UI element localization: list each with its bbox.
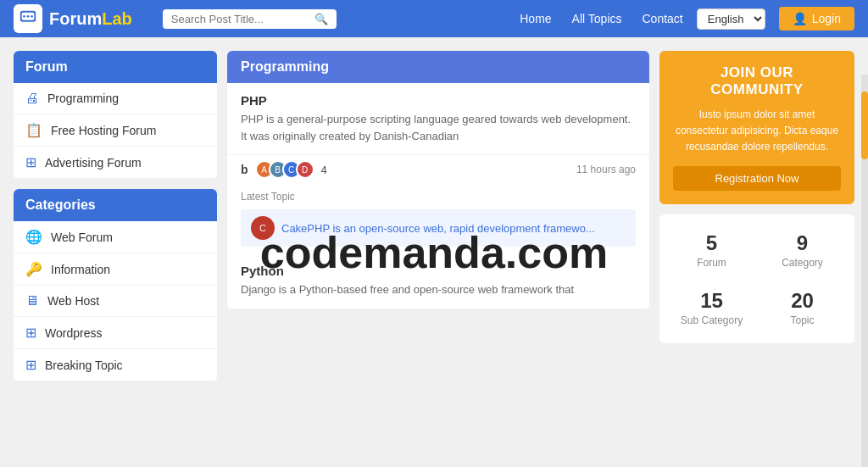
php-description: PHP is a general-purpose scripting langu… [241,111,636,144]
latest-topic-text: CakePHP is an open-source web, rapid dev… [281,222,595,235]
avatar-4: D [296,160,314,179]
php-topic: PHP PHP is a general-purpose scripting l… [227,83,649,155]
python-topic: Python Django is a Python-based free and… [227,253,649,309]
stat-category: 9 Category [760,225,844,275]
right-sidebar: JOIN OUR COMMUNITY Iusto ipsum dolor sit… [659,51,854,453]
topic-b: b [241,163,248,176]
sidebar-item-advertising[interactable]: ⊞ Advertising Forum [14,147,217,179]
sidebar-item-web-forum[interactable]: 🌐 Web Forum [14,221,217,253]
nav-contact[interactable]: Contact [643,12,683,25]
search-icon: 🔍 [314,13,328,25]
nav-links: Home All Topics Contact [520,12,683,25]
stat-topic: 20 Topic [760,282,844,333]
wordpress-icon: ⊞ [25,325,36,341]
sidebar: Forum 🖨 Programming 📋 Free Hosting Forum… [14,51,217,453]
svg-point-3 [27,15,30,18]
sidebar-item-free-hosting[interactable]: 📋 Free Hosting Forum [14,114,217,147]
avatar-group: A B C D [255,160,314,179]
programming-header: Programming [227,51,649,83]
stats-box: 5 Forum 9 Category 15 Sub Category 20 To… [659,214,854,343]
join-community-box: JOIN OUR COMMUNITY Iusto ipsum dolor sit… [659,51,854,204]
sidebar-item-programming[interactable]: 🖨 Programming [14,83,217,114]
python-title: Python [241,264,636,278]
sidebar-item-breaking-topic[interactable]: ⊞ Breaking Topic [14,349,217,381]
monitor-icon: 🖥 [25,293,39,309]
breaking-icon: ⊞ [25,357,36,373]
join-community-description: Iusto ipsum dolor sit amet consectetur a… [673,107,841,156]
scrollbar-thumb[interactable] [861,92,868,159]
svg-point-4 [31,15,33,18]
sidebar-item-wordpress[interactable]: ⊞ Wordpress [14,317,217,349]
globe-icon: 🌐 [25,229,42,245]
list-icon: 📋 [25,122,42,138]
printer-icon: 🖨 [25,91,39,106]
key-icon: 🔑 [25,261,42,277]
brand-icon [14,4,42,33]
categories-section: Categories 🌐 Web Forum 🔑 Information 🖥 W… [14,189,217,381]
latest-topic-link[interactable]: C CakePHP is an open-source web, rapid d… [241,209,636,247]
search-box[interactable]: 🔍 [163,9,337,29]
stat-sub-label: Sub Category [681,314,743,326]
svg-point-2 [23,15,25,18]
stat-topic-number: 20 [767,289,837,313]
categories-header: Categories [14,189,217,221]
stat-forum: 5 Forum [670,225,754,275]
topic-reply-row: b A B C D 4 11 hours ago [227,155,649,184]
programming-section: Programming PHP PHP is a general-purpose… [227,51,649,309]
center-content: Programming PHP PHP is a general-purpose… [227,51,649,453]
stats-grid: 5 Forum 9 Category 15 Sub Category 20 To… [670,225,844,333]
search-input[interactable] [171,13,314,25]
php-title: PHP [241,93,636,108]
navbar: ForumLab 🔍 Home All Topics Contact Engli… [0,0,868,37]
sidebar-item-web-host[interactable]: 🖥 Web Host [14,286,217,317]
nav-all-topics[interactable]: All Topics [572,12,622,25]
forum-header: Forum [14,51,217,83]
replies-count: 4 [321,164,327,176]
user-icon: 👤 [793,12,807,25]
latest-topic-label: Latest Topic [227,184,649,206]
brand-text: ForumLab [49,9,132,29]
forum-icon [19,9,37,28]
stat-sub-category: 15 Sub Category [670,282,754,333]
stat-forum-label: Forum [697,257,726,269]
stat-topic-label: Topic [790,314,814,326]
stat-sub-number: 15 [676,289,747,313]
register-button[interactable]: Registration Now [673,166,841,191]
scrollbar[interactable] [861,75,868,467]
latest-topic-avatar: C [251,216,275,240]
time-ago: 11 hours ago [576,164,636,175]
forum-section: Forum 🖨 Programming 📋 Free Hosting Forum… [14,51,217,179]
python-description: Django is a Python-based free and open-s… [241,281,636,298]
language-selector[interactable]: English [697,8,765,30]
stat-category-number: 9 [767,231,837,255]
login-button[interactable]: 👤 Login [779,7,854,31]
brand-logo[interactable]: ForumLab [14,4,132,33]
nav-home[interactable]: Home [520,12,551,25]
stat-forum-number: 5 [676,231,747,255]
sidebar-item-information[interactable]: 🔑 Information [14,253,217,286]
join-community-header: JOIN OUR COMMUNITY [673,64,841,98]
stat-category-label: Category [782,257,823,269]
grid-icon: ⊞ [25,154,36,170]
